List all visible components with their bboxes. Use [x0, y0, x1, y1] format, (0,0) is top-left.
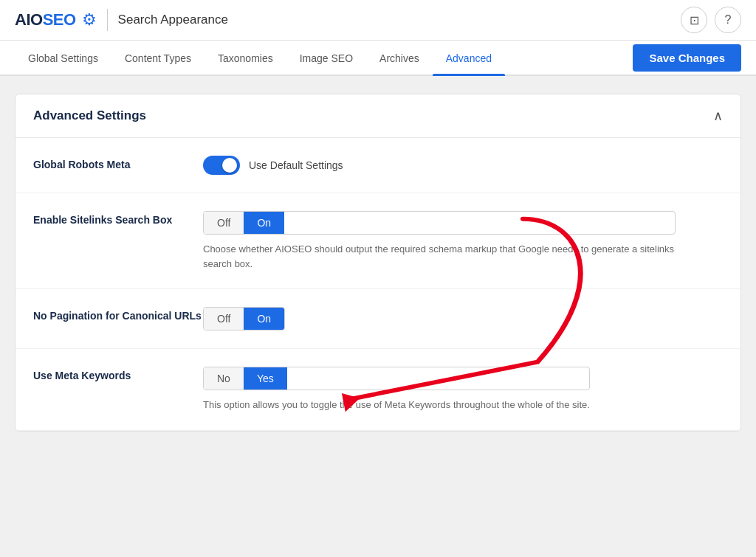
card-title: Advanced Settings — [33, 108, 146, 123]
row-control-sitelinks: Off On Choose whether AIOSEO should outp… — [203, 211, 676, 271]
toggle-thumb — [222, 158, 237, 173]
meta-keywords-toggle-group: No Yes — [203, 367, 590, 390]
logo: AIOSEO — [15, 10, 76, 30]
card-header: Advanced Settings ∧ — [16, 94, 740, 138]
tab-advanced[interactable]: Advanced — [433, 41, 505, 75]
pagination-toggle-group: Off On — [203, 307, 285, 331]
row-control-global-robots: Use Default Settings — [203, 156, 343, 175]
row-label-pagination: No Pagination for Canonical URLs — [33, 307, 203, 322]
logo-gear-icon: ⚙ — [82, 10, 97, 30]
meta-keywords-yes-button[interactable]: Yes — [244, 367, 287, 390]
tab-image-seo[interactable]: Image SEO — [286, 41, 366, 75]
row-label-sitelinks: Enable Sitelinks Search Box — [33, 211, 203, 226]
app-header: AIOSEO ⚙ Search Appearance ⊡ ? — [0, 0, 756, 41]
header-icons: ⊡ ? — [681, 7, 741, 33]
header-divider — [107, 9, 108, 31]
pagination-off-button[interactable]: Off — [204, 308, 244, 330]
tab-taxonomies[interactable]: Taxonomies — [205, 41, 286, 75]
row-sitelinks-search-box: Enable Sitelinks Search Box Off On Choos… — [16, 193, 740, 289]
global-robots-toggle[interactable] — [203, 156, 240, 175]
save-changes-button[interactable]: Save Changes — [633, 44, 741, 72]
logo-aio-text: AIO — [15, 10, 43, 29]
row-label-global-robots: Global Robots Meta — [33, 156, 203, 170]
advanced-settings-card: Advanced Settings ∧ Global Robots Meta U… — [15, 94, 741, 432]
meta-keywords-description: This option allows you to toggle the use… — [203, 398, 590, 412]
collapse-icon[interactable]: ∧ — [713, 108, 723, 124]
sitelinks-off-button[interactable]: Off — [204, 212, 244, 234]
toggle-label: Use Default Settings — [249, 159, 343, 171]
tab-content-types[interactable]: Content Types — [111, 41, 205, 75]
pagination-on-button[interactable]: On — [244, 308, 284, 330]
sitelinks-toggle-group: Off On — [203, 211, 676, 235]
sitelinks-description: Choose whether AIOSEO should output the … — [203, 242, 676, 271]
meta-keywords-no-button[interactable]: No — [204, 367, 244, 390]
row-global-robots-meta: Global Robots Meta Use Default Settings — [16, 138, 740, 193]
row-label-meta-keywords: Use Meta Keywords — [33, 367, 203, 381]
tab-archives[interactable]: Archives — [366, 41, 433, 75]
help-icon: ? — [725, 13, 732, 27]
tab-bar: Global Settings Content Types Taxonomies… — [0, 41, 756, 76]
sitelinks-on-button[interactable]: On — [244, 212, 284, 234]
tabs-container: Global Settings Content Types Taxonomies… — [15, 41, 633, 75]
page-title: Search Appearance — [118, 13, 228, 27]
tab-global-settings[interactable]: Global Settings — [15, 41, 111, 75]
row-no-pagination: No Pagination for Canonical URLs Off On — [16, 289, 740, 349]
row-control-meta-keywords: No Yes This option allows you to toggle … — [203, 367, 590, 412]
monitor-icon-button[interactable]: ⊡ — [681, 7, 707, 33]
main-content: Advanced Settings ∧ Global Robots Meta U… — [0, 76, 756, 449]
logo-seo-text: SEO — [43, 10, 76, 29]
row-meta-keywords: Use Meta Keywords No Yes This option all… — [16, 349, 740, 431]
toggle-track — [203, 156, 240, 175]
monitor-icon: ⊡ — [690, 13, 699, 27]
toggle-inline: Use Default Settings — [203, 156, 343, 175]
row-control-pagination: Off On — [203, 307, 285, 331]
logo-area: AIOSEO ⚙ — [15, 10, 97, 30]
help-icon-button[interactable]: ? — [715, 7, 741, 33]
